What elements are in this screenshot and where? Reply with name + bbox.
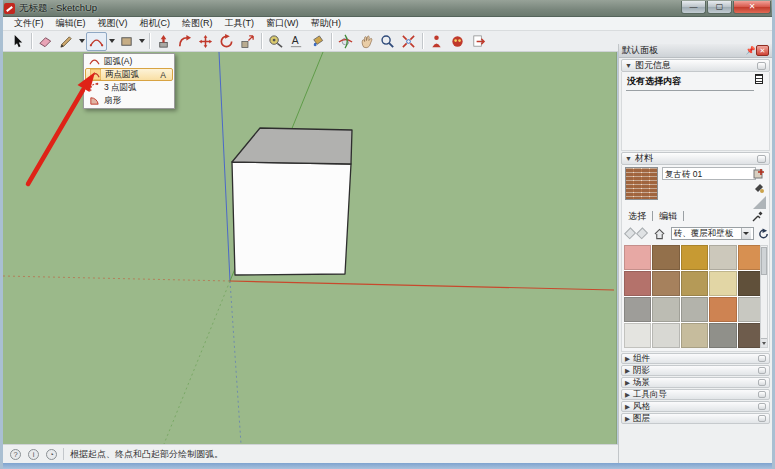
entity-info-detach-button[interactable] xyxy=(757,62,766,70)
eyedropper-icon[interactable] xyxy=(752,210,764,222)
rotate-tool-button[interactable] xyxy=(216,32,237,51)
material-swatch[interactable] xyxy=(652,271,679,296)
status-hint: 根据起点、终点和凸起部分绘制圆弧。 xyxy=(70,448,223,461)
sample-paint-icon[interactable] xyxy=(753,182,765,194)
scrollbar-thumb[interactable] xyxy=(761,247,767,275)
material-swatch[interactable] xyxy=(709,323,736,348)
tab-edit[interactable]: 编辑 xyxy=(653,210,683,223)
materials-detach-button[interactable] xyxy=(757,155,766,163)
tab-select[interactable]: 选择 xyxy=(622,210,652,223)
forward-arrow-icon[interactable] xyxy=(636,227,648,239)
tray-layers[interactable]: ▶ 图层 xyxy=(621,413,770,424)
material-swatch[interactable] xyxy=(681,323,708,348)
material-swatch[interactable] xyxy=(652,323,679,348)
line-tool-button[interactable] xyxy=(56,32,77,51)
credits-icon[interactable]: i xyxy=(28,449,39,460)
material-swatch[interactable] xyxy=(652,297,679,322)
cube-front-face[interactable] xyxy=(232,162,351,275)
walk-tool-button[interactable] xyxy=(468,32,489,51)
material-swatch[interactable] xyxy=(624,297,651,322)
push-pull-tool-button[interactable] xyxy=(153,32,174,51)
eraser-tool-button[interactable] xyxy=(35,32,56,51)
menu-item-pie[interactable]: 扇形 xyxy=(85,94,173,107)
menu-window[interactable]: 窗口(W) xyxy=(260,17,305,30)
details-menu-icon[interactable] xyxy=(758,228,769,240)
menu-item-arc[interactable]: 圆弧(A) xyxy=(85,55,173,68)
zoom-extents-tool-button[interactable] xyxy=(398,32,419,51)
material-grid-scrollbar[interactable] xyxy=(760,245,768,348)
menu-file[interactable]: 文件(F) xyxy=(8,17,50,30)
arc-tool-button[interactable] xyxy=(86,32,107,51)
entity-details-icon[interactable] xyxy=(755,74,763,84)
rectangle-tool-dropdown[interactable] xyxy=(137,32,146,51)
material-swatch[interactable] xyxy=(624,271,651,296)
tray-instructor[interactable]: ▶ 工具向导 xyxy=(621,389,770,400)
tray-shadows[interactable]: ▶ 阴影 xyxy=(621,365,770,376)
pan-tool-button[interactable] xyxy=(356,32,377,51)
cube-top-face[interactable] xyxy=(232,128,352,164)
menu-tools[interactable]: 工具(T) xyxy=(219,17,261,30)
maximize-button[interactable]: ▢ xyxy=(707,1,732,14)
secondary-pane-toggle-icon[interactable] xyxy=(752,196,767,210)
red-axis-dotted xyxy=(3,276,230,281)
text-icon: A xyxy=(289,34,304,49)
tray-detach-button[interactable] xyxy=(758,367,766,374)
close-button[interactable]: ✕ xyxy=(733,1,771,14)
tray-detach-button[interactable] xyxy=(758,415,766,422)
menu-item-three-point-arc[interactable]: 3 点圆弧 xyxy=(85,81,173,94)
menu-help[interactable]: 帮助(H) xyxy=(305,17,348,30)
entity-info-header[interactable]: ▼ 图元信息 xyxy=(621,59,770,72)
orbit-tool-button[interactable] xyxy=(335,32,356,51)
menu-item-two-point-arc[interactable]: 两点圆弧 A xyxy=(85,68,173,81)
line-tool-dropdown[interactable] xyxy=(77,32,86,51)
menu-view[interactable]: 视图(V) xyxy=(92,17,134,30)
rectangle-tool-button[interactable] xyxy=(116,32,137,51)
pin-icon[interactable]: 📌 xyxy=(745,46,756,55)
material-swatch[interactable] xyxy=(709,271,736,296)
scrollbar-down-button[interactable] xyxy=(761,338,767,347)
toolbar-separator xyxy=(261,33,262,49)
drawing-viewport[interactable] xyxy=(3,52,617,444)
geolocation-icon[interactable]: ? xyxy=(10,449,21,460)
tray-components[interactable]: ▶ 组件 xyxy=(621,353,770,364)
zoom-tool-button[interactable] xyxy=(377,32,398,51)
collection-dropdown[interactable]: 砖、覆层和壁板 xyxy=(671,227,754,240)
material-name-field[interactable]: 复古砖 01 xyxy=(662,167,756,180)
move-tool-button[interactable] xyxy=(195,32,216,51)
menu-draw[interactable]: 绘图(R) xyxy=(176,17,219,30)
material-swatch[interactable] xyxy=(624,245,651,270)
select-tool-button[interactable] xyxy=(7,32,28,51)
tray-detach-button[interactable] xyxy=(758,355,766,362)
claim-icon[interactable]: ◔ xyxy=(46,449,57,460)
minimize-button[interactable]: — xyxy=(681,1,706,14)
material-swatch[interactable] xyxy=(681,271,708,296)
material-swatch[interactable] xyxy=(652,245,679,270)
menu-camera[interactable]: 相机(C) xyxy=(134,17,177,30)
menu-edit[interactable]: 编辑(E) xyxy=(50,17,92,30)
scale-tool-button[interactable] xyxy=(237,32,258,51)
materials-header[interactable]: ▼ 材料 xyxy=(621,152,770,165)
tape-measure-tool-button[interactable] xyxy=(265,32,286,51)
material-swatch[interactable] xyxy=(681,297,708,322)
active-material-preview[interactable] xyxy=(625,167,658,200)
material-swatch[interactable] xyxy=(709,245,736,270)
back-arrow-icon[interactable] xyxy=(624,227,636,239)
home-icon[interactable] xyxy=(654,228,665,240)
paint-bucket-tool-button[interactable] xyxy=(307,32,328,51)
tray-close-button[interactable]: ✕ xyxy=(756,45,769,56)
scene-canvas xyxy=(3,52,617,444)
material-swatch[interactable] xyxy=(681,245,708,270)
material-swatch[interactable] xyxy=(624,323,651,348)
text-tool-button[interactable]: A xyxy=(286,32,307,51)
follow-me-tool-button[interactable] xyxy=(174,32,195,51)
position-camera-tool-button[interactable] xyxy=(426,32,447,51)
arc-tool-dropdown[interactable] xyxy=(107,32,116,51)
create-material-icon[interactable] xyxy=(753,168,765,180)
tray-styles[interactable]: ▶ 风格 xyxy=(621,401,770,412)
look-around-tool-button[interactable] xyxy=(447,32,468,51)
tray-detach-button[interactable] xyxy=(758,403,766,410)
material-swatch[interactable] xyxy=(709,297,736,322)
tray-scenes[interactable]: ▶ 场景 xyxy=(621,377,770,388)
tray-detach-button[interactable] xyxy=(758,379,766,386)
tray-detach-button[interactable] xyxy=(758,391,766,398)
